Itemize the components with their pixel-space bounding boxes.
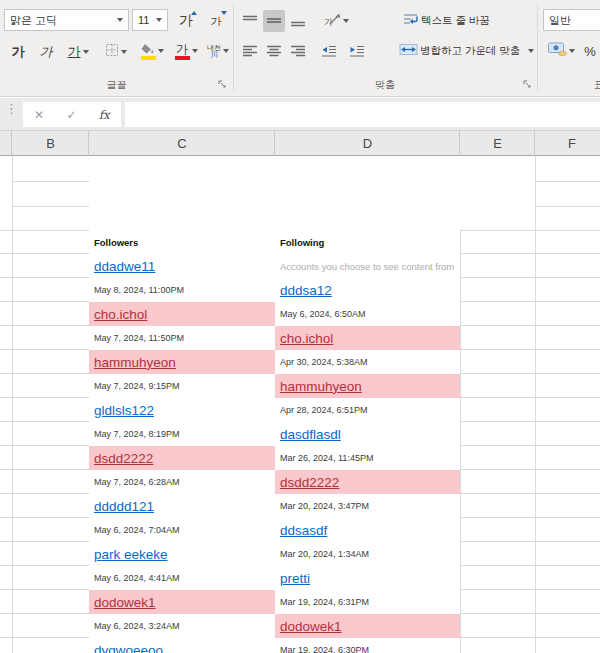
cell-d-11[interactable]: Mar 20, 2024, 3:47PM [275,494,460,518]
cell-c-11[interactable]: ddddd121 [89,494,275,518]
cell-d-9[interactable]: Mar 26, 2024, 11:45PM [275,446,460,470]
decrease-indent-button[interactable] [317,40,341,62]
cell-d-12[interactable]: ddsasdf [275,518,460,542]
cell-text: May 7, 2024, 8:19PM [94,429,180,439]
cell-text: hammuhyeon [280,379,362,394]
sheet-grid[interactable]: Followersddadwe11May 8, 2024, 11:00PMcho… [0,156,600,653]
chevron-down-icon[interactable] [192,49,198,53]
cell-c-8[interactable]: May 7, 2024, 8:19PM [89,422,275,446]
column-header-f[interactable]: F [535,131,600,155]
font-color-bar [175,56,190,60]
cell-c-9[interactable]: dsdd2222 [89,446,275,470]
phonetic-guide-button[interactable]: 내천 川 [204,38,232,64]
cell-d-4[interactable]: cho.ichol [275,326,460,350]
cell-c-10[interactable]: May 7, 2024, 6:28AM [89,470,275,494]
column-header-c[interactable]: C [89,131,275,155]
cell-c-3[interactable]: cho.ichol [89,302,275,326]
cell-d-5[interactable]: Apr 30, 2024, 5:38AM [275,350,460,374]
chevron-down-icon[interactable] [223,49,229,53]
cell-c-14[interactable]: May 6, 2024, 4:41AM [89,566,275,590]
gridline [535,181,600,182]
column-header-d[interactable]: D [275,131,460,155]
align-right-button[interactable] [287,40,309,62]
cell-c-16[interactable]: May 6, 2024, 3:24AM [89,614,275,638]
dialog-launcher-icon [523,80,532,89]
chevron-down-icon[interactable] [528,49,534,53]
cell-c-4[interactable]: May 7, 2024, 11:50PM [89,326,275,350]
cell-d-6[interactable]: hammuhyeon [275,374,460,398]
increase-indent-icon [349,45,365,58]
cell-d-3[interactable]: May 6, 2024, 6:50AM [275,302,460,326]
cell-c-7[interactable]: gldlsls122 [89,398,275,422]
cell-d-17[interactable]: Mar 19, 2024, 6:30PM [275,638,460,653]
font-dialog-launcher[interactable] [216,78,228,90]
cell-text: dodowek1 [94,595,156,610]
grow-font-button[interactable]: 가 [173,9,199,33]
cell-c-0[interactable]: Followers [89,230,275,254]
borders-icon [105,43,119,61]
cell-d-2[interactable]: dddsa12 [275,278,460,302]
cell-d-8[interactable]: dasdflasdl [275,422,460,446]
cell-d-10[interactable]: dsdd2222 [275,470,460,494]
align-left-button[interactable] [239,40,261,62]
bold-button[interactable]: 가 [6,40,30,64]
cell-c-5[interactable]: hammuhyeon [89,350,275,374]
align-bottom-button[interactable] [287,10,309,32]
percent-style-button[interactable]: % [582,40,598,62]
gridline-strip-right [460,230,600,653]
number-format-combo[interactable]: 일반 [543,9,600,31]
italic-button[interactable]: 가 [34,40,58,64]
cell-text: dsdd2222 [280,475,339,490]
chevron-down-icon[interactable] [156,18,162,22]
cancel-icon[interactable]: ✕ [34,108,44,122]
cell-c-2[interactable]: May 8, 2024, 11:00PM [89,278,275,302]
cell-text: ddsasdf [280,523,327,538]
formula-input[interactable] [125,102,600,127]
chevron-down-icon[interactable] [121,50,127,54]
chevron-down-icon[interactable] [569,49,575,53]
insert-function-icon[interactable]: fx [99,108,110,122]
cell-c-6[interactable]: May 7, 2024, 9:15PM [89,374,275,398]
cell-d-16[interactable]: dodowek1 [275,614,460,638]
chevron-down-icon[interactable] [343,19,349,23]
cell-c-17[interactable]: dygwoeeoo [89,638,275,653]
align-top-button[interactable] [239,10,261,32]
shrink-font-button[interactable]: 가 [203,9,229,33]
column-header-b[interactable]: B [12,131,89,155]
cell-d-1[interactable]: Accounts you choose to see content from [275,254,460,278]
cell-c-13[interactable]: park eekeke [89,542,275,566]
font-name-combo[interactable]: 맑은 고딕 [4,9,129,31]
chevron-down-icon[interactable] [158,49,164,53]
column-header-e[interactable]: E [460,131,535,155]
cell-text: May 8, 2024, 11:00PM [94,285,184,295]
cell-c-15[interactable]: dodowek1 [89,590,275,614]
alignment-dialog-launcher[interactable] [521,78,533,90]
cell-d-13[interactable]: Mar 20, 2024, 1:34AM [275,542,460,566]
merge-center-button[interactable]: 병합하고 가운데 맞춤 [399,40,534,62]
cell-d-7[interactable]: Apr 28, 2024, 6:51PM [275,398,460,422]
column-c-cells: Followersddadwe11May 8, 2024, 11:00PMcho… [89,230,275,653]
cell-c-12[interactable]: May 6, 2024, 7:04AM [89,518,275,542]
align-center-button[interactable] [263,40,285,62]
enter-icon[interactable]: ✓ [66,108,76,122]
cell-d-14[interactable]: pretti [275,566,460,590]
font-size-combo[interactable]: 11 [132,9,168,31]
wrap-text-button[interactable]: 텍스트 줄 바꿈 [402,10,490,32]
wrap-text-label: 텍스트 줄 바꿈 [421,14,490,28]
fill-color-button[interactable] [136,38,168,64]
chevron-down-icon[interactable] [83,50,89,54]
align-middle-button[interactable] [263,10,285,32]
chevron-down-icon[interactable] [117,18,123,22]
orientation-button[interactable]: 가 [319,10,353,32]
increase-indent-button[interactable] [345,40,369,62]
underline-button[interactable]: 가 [62,40,94,64]
accounting-format-button[interactable] [545,40,577,62]
font-color-button[interactable]: 가 [171,38,201,64]
cell-c-1[interactable]: ddadwe11 [89,254,275,278]
formula-bar-grip[interactable]: ⋮ [5,104,18,113]
borders-button[interactable] [100,40,132,64]
align-bottom-icon [290,14,306,28]
cell-d-0[interactable]: Following [275,230,460,254]
shrink-font-glyph: 가 [211,14,222,29]
cell-d-15[interactable]: Mar 19, 2024, 6:31PM [275,590,460,614]
